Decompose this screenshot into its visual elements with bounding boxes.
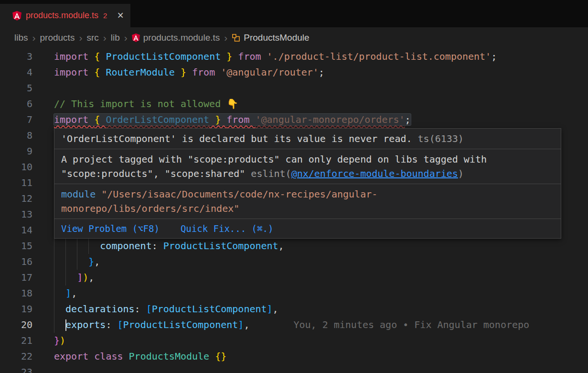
- code-line-content: declarations: [ProductListComponent],: [54, 301, 278, 317]
- breadcrumb-separator: ›: [79, 32, 82, 44]
- code-line-content: exports: [ProductListComponent],You, 2 m…: [54, 317, 529, 333]
- gutter-spacer: [32, 270, 54, 285]
- gutter-spacer: [32, 80, 54, 96]
- line-number[interactable]: 11: [0, 175, 32, 191]
- code-token: ,: [88, 272, 94, 283]
- code-token: import: [54, 66, 94, 78]
- code-token: }: [175, 66, 192, 78]
- code-line[interactable]: 5: [0, 80, 588, 96]
- hover-highlight: import { OrderListComponent } from '@ang…: [54, 114, 411, 125]
- close-icon[interactable]: ×: [117, 10, 123, 21]
- code-token: class: [94, 351, 128, 362]
- indent-guide: [54, 238, 65, 254]
- gutter-spacer: [32, 175, 54, 191]
- breadcrumb-label: lib: [111, 33, 120, 43]
- indent-guide: [54, 285, 65, 301]
- breadcrumb-separator: ›: [32, 32, 36, 44]
- line-number[interactable]: 15: [0, 238, 32, 254]
- view-problem-action[interactable]: View Problem (⌥F8): [61, 221, 160, 236]
- code-token: ;: [491, 51, 497, 62]
- code-token: }: [209, 114, 226, 125]
- code-line[interactable]: 3import { ProductListComponent } from '.…: [0, 49, 588, 65]
- line-number[interactable]: 4: [0, 65, 32, 80]
- indent-guide: [54, 301, 65, 317]
- line-number[interactable]: 21: [0, 333, 32, 349]
- code-line[interactable]: 18],: [0, 285, 588, 301]
- code-token: from: [238, 51, 267, 62]
- gutter-spacer: [32, 128, 54, 143]
- vscode-window: products.module.ts 2 × libs›products›src…: [0, 0, 588, 373]
- code-line[interactable]: 15component: ProductListComponent,: [0, 238, 588, 254]
- line-number[interactable]: 10: [0, 159, 32, 175]
- breadcrumb-item-src[interactable]: src: [86, 33, 98, 43]
- code-line-content: },: [54, 254, 100, 270]
- breadcrumb-item-products[interactable]: products: [40, 33, 75, 43]
- code-token: from: [192, 66, 221, 78]
- indent-guide: [65, 238, 77, 254]
- gutter-spacer: [32, 207, 54, 222]
- code-line[interactable]: 21}): [0, 333, 588, 349]
- hover-section: 'OrderListComponent' is declared but its…: [54, 129, 561, 149]
- code-token: ;: [319, 66, 324, 78]
- indent-guide: [77, 254, 88, 270]
- code-token: ProductListComponent: [123, 319, 238, 330]
- code-line[interactable]: 22export class ProductsModule {}: [0, 349, 588, 364]
- line-number[interactable]: 22: [0, 349, 32, 364]
- line-number[interactable]: 20: [0, 317, 32, 333]
- line-number[interactable]: 7: [0, 112, 32, 128]
- eslint-rule-link[interactable]: @nx/enforce-module-boundaries: [291, 168, 458, 179]
- editor-tab[interactable]: products.module.ts 2 ×: [0, 4, 130, 27]
- code-line[interactable]: 23: [0, 364, 588, 373]
- editor[interactable]: 3import { ProductListComponent } from '.…: [0, 48, 588, 373]
- code-line[interactable]: 17]),: [0, 270, 588, 285]
- hover-text: module: [61, 188, 96, 200]
- hover-text: eslint(: [251, 168, 291, 179]
- indent-guide: [54, 317, 65, 333]
- line-number[interactable]: 13: [0, 207, 32, 222]
- code-token: component: [100, 240, 151, 252]
- breadcrumb-separator: ›: [124, 32, 128, 44]
- breadcrumb-item-libs[interactable]: libs: [14, 33, 28, 43]
- gutter-spacer: [32, 301, 54, 317]
- line-number[interactable]: 18: [0, 285, 32, 301]
- line-number[interactable]: 3: [0, 49, 32, 65]
- code-line[interactable]: 4import { RouterModule } from '@angular/…: [0, 65, 588, 80]
- line-number[interactable]: 5: [0, 80, 32, 96]
- line-number[interactable]: 6: [0, 96, 32, 112]
- code-line[interactable]: 16},: [0, 254, 588, 270]
- quick-fix-action[interactable]: Quick Fix... (⌘.): [181, 221, 273, 236]
- breadcrumb-item-productsmodule[interactable]: ProductsModule: [232, 33, 309, 43]
- line-number[interactable]: 23: [0, 364, 32, 373]
- line-number[interactable]: 12: [0, 191, 32, 207]
- code-token: OrderListComponent: [106, 114, 209, 125]
- line-number[interactable]: 19: [0, 301, 32, 317]
- code-line[interactable]: 20exports: [ProductListComponent],You, 2…: [0, 317, 588, 333]
- indent-guide: [77, 238, 88, 254]
- breadcrumb-item-products-module-ts[interactable]: products.module.ts: [132, 33, 220, 43]
- code-line[interactable]: 7import { OrderListComponent } from '@an…: [0, 112, 588, 128]
- code-line[interactable]: 6// This import is not allowed 👇: [0, 96, 588, 112]
- hover-text: ): [458, 168, 464, 179]
- symbol-class-icon: [232, 33, 240, 42]
- code-token: ,: [94, 256, 100, 267]
- line-number[interactable]: 14: [0, 222, 32, 238]
- hover-text: 'OrderListComponent' is declared but its…: [61, 133, 412, 144]
- line-number[interactable]: 17: [0, 270, 32, 285]
- gutter-spacer: [32, 254, 54, 270]
- line-number[interactable]: 9: [0, 143, 32, 159]
- code-token: {: [94, 114, 106, 125]
- gutter-spacer: [32, 65, 54, 80]
- code-line[interactable]: 19declarations: [ProductListComponent],: [0, 301, 588, 317]
- line-number[interactable]: 16: [0, 254, 32, 270]
- code-token: ,: [278, 240, 284, 252]
- code-token: :: [152, 240, 163, 252]
- code-token: './product-list/product-list.component': [267, 51, 492, 62]
- code-token: '@angular/router': [221, 66, 319, 78]
- hover-actions: View Problem (⌥F8)Quick Fix... (⌘.): [54, 219, 561, 238]
- breadcrumb-item-lib[interactable]: lib: [111, 33, 120, 43]
- line-number[interactable]: 8: [0, 128, 32, 143]
- breadcrumb-separator: ›: [224, 32, 227, 44]
- code-token: }: [54, 335, 60, 346]
- code-token: exports: [65, 319, 106, 330]
- indent-guide: [54, 270, 65, 285]
